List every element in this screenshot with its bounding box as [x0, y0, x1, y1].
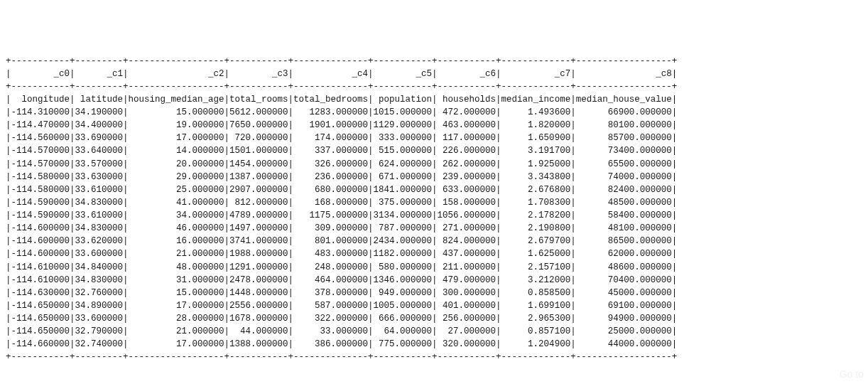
dataframe-ascii-output: +-----------+---------+-----------------… [6, 55, 862, 364]
watermark-text: Go to [840, 367, 862, 381]
